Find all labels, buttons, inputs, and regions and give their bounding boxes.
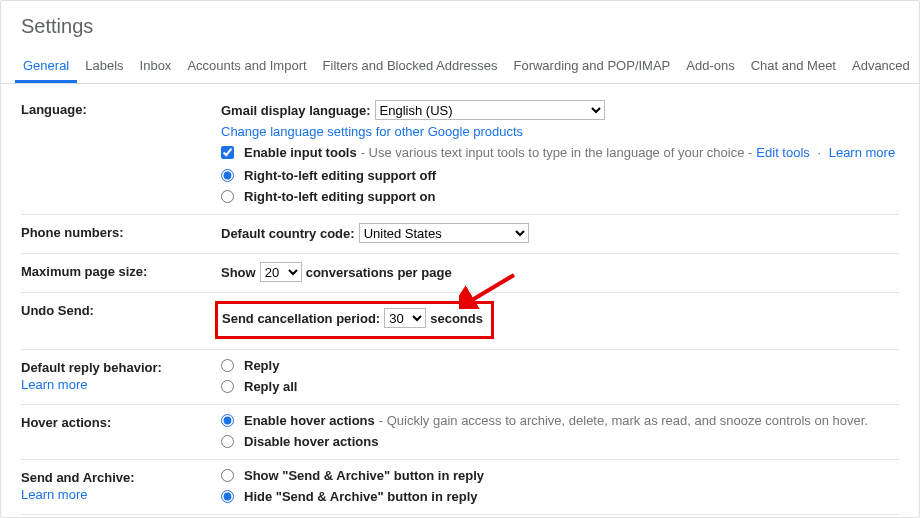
hover-enable-hint: - Quickly gain access to archive, delete…	[379, 413, 868, 428]
hover-disable-radio[interactable]	[221, 435, 234, 448]
label-phone: Phone numbers:	[21, 223, 221, 240]
reply-radio[interactable]	[221, 359, 234, 372]
reply-all-label: Reply all	[244, 379, 297, 394]
row-pagesize: Maximum page size: Show 20 conversations…	[21, 254, 899, 293]
tab-chat[interactable]: Chat and Meet	[743, 50, 844, 83]
change-language-link[interactable]: Change language settings for other Googl…	[221, 124, 523, 139]
enable-input-tools-label: Enable input tools	[244, 145, 357, 160]
label-language: Language:	[21, 100, 221, 117]
undo-send-highlight: Send cancellation period: 30 seconds	[215, 301, 494, 339]
label-pagesize: Maximum page size:	[21, 262, 221, 279]
reply-label: Reply	[244, 358, 279, 373]
label-hover: Hover actions:	[21, 413, 221, 430]
tab-accounts[interactable]: Accounts and Import	[179, 50, 314, 83]
input-tools-learn-more[interactable]: Learn more	[829, 145, 895, 160]
display-language-select[interactable]: English (US)	[375, 100, 605, 120]
row-reply: Default reply behavior: Learn more Reply…	[21, 350, 899, 405]
undo-suffix: seconds	[430, 311, 483, 326]
label-undo-send: Undo Send:	[21, 301, 221, 318]
send-archive-learn-more[interactable]: Learn more	[21, 487, 221, 502]
settings-content: Language: Gmail display language: Englis…	[1, 84, 919, 518]
default-country-label: Default country code:	[221, 226, 355, 241]
hide-send-archive-label: Hide "Send & Archive" button in reply	[244, 489, 478, 504]
row-hover: Hover actions: Enable hover actions - Qu…	[21, 405, 899, 460]
enable-input-tools-checkbox[interactable]	[221, 146, 234, 159]
hover-disable-label: Disable hover actions	[244, 434, 378, 449]
show-send-archive-radio[interactable]	[221, 469, 234, 482]
page-title: Settings	[1, 1, 919, 50]
row-language: Language: Gmail display language: Englis…	[21, 92, 899, 215]
tab-advanced[interactable]: Advanced	[844, 50, 918, 83]
pagesize-select[interactable]: 20	[260, 262, 302, 282]
pagesize-suffix: conversations per page	[306, 265, 452, 280]
tab-filters[interactable]: Filters and Blocked Addresses	[315, 50, 506, 83]
default-country-select[interactable]: United States	[359, 223, 529, 243]
reply-learn-more[interactable]: Learn more	[21, 377, 221, 392]
rtl-on-label: Right-to-left editing support on	[244, 189, 435, 204]
tab-labels[interactable]: Labels	[77, 50, 131, 83]
row-undo-send: Undo Send: Send cancellation period: 30 …	[21, 293, 899, 350]
tab-addons[interactable]: Add-ons	[678, 50, 742, 83]
rtl-on-radio[interactable]	[221, 190, 234, 203]
tab-forwarding[interactable]: Forwarding and POP/IMAP	[505, 50, 678, 83]
undo-period-select[interactable]: 30	[384, 308, 426, 328]
hide-send-archive-radio[interactable]	[221, 490, 234, 503]
settings-page: Settings General Labels Inbox Accounts a…	[0, 0, 920, 518]
show-send-archive-label: Show "Send & Archive" button in reply	[244, 468, 484, 483]
tab-general[interactable]: General	[15, 50, 77, 83]
enable-input-tools-hint: - Use various text input tools to type i…	[361, 145, 753, 160]
hover-enable-label: Enable hover actions	[244, 413, 375, 428]
settings-tabs: General Labels Inbox Accounts and Import…	[1, 50, 919, 84]
rtl-off-radio[interactable]	[221, 169, 234, 182]
display-language-label: Gmail display language:	[221, 103, 371, 118]
undo-prefix: Send cancellation period:	[222, 311, 380, 326]
row-send-archive: Send and Archive: Learn more Show "Send …	[21, 460, 899, 515]
rtl-off-label: Right-to-left editing support off	[244, 168, 436, 183]
label-send-archive: Send and Archive:	[21, 470, 135, 485]
row-phone: Phone numbers: Default country code: Uni…	[21, 215, 899, 254]
label-reply: Default reply behavior:	[21, 360, 162, 375]
hover-enable-radio[interactable]	[221, 414, 234, 427]
pagesize-prefix: Show	[221, 265, 256, 280]
tab-inbox[interactable]: Inbox	[132, 50, 180, 83]
reply-all-radio[interactable]	[221, 380, 234, 393]
edit-tools-link[interactable]: Edit tools	[756, 145, 809, 160]
